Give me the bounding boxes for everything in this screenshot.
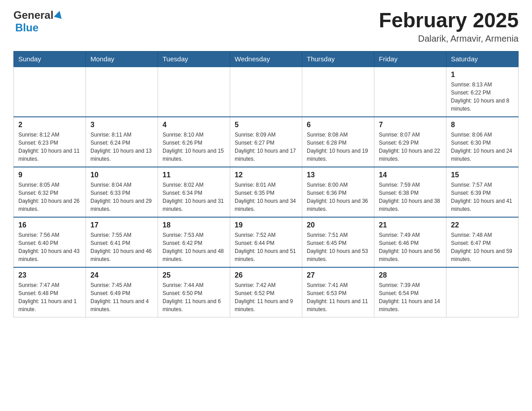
calendar-day-cell: 25Sunrise: 7:44 AM Sunset: 6:50 PM Dayli… bbox=[158, 267, 230, 317]
day-info: Sunrise: 8:01 AM Sunset: 6:35 PM Dayligh… bbox=[235, 181, 297, 213]
weekday-header-row: SundayMondayTuesdayWednesdayThursdayFrid… bbox=[14, 51, 519, 67]
day-info: Sunrise: 8:04 AM Sunset: 6:33 PM Dayligh… bbox=[90, 181, 153, 213]
calendar-day-cell: 2Sunrise: 8:12 AM Sunset: 6:23 PM Daylig… bbox=[14, 117, 86, 167]
day-number: 11 bbox=[163, 171, 225, 179]
page-header: General Blue February 2025 Dalarik, Arma… bbox=[13, 9, 519, 44]
day-number: 24 bbox=[90, 271, 153, 279]
day-info: Sunrise: 7:49 AM Sunset: 6:46 PM Dayligh… bbox=[379, 231, 442, 263]
calendar-day-cell bbox=[446, 267, 519, 317]
month-title: February 2025 bbox=[379, 9, 519, 32]
day-number: 21 bbox=[379, 221, 442, 229]
day-info: Sunrise: 7:59 AM Sunset: 6:38 PM Dayligh… bbox=[379, 181, 442, 213]
day-info: Sunrise: 8:09 AM Sunset: 6:27 PM Dayligh… bbox=[235, 131, 297, 163]
calendar-day-cell: 6Sunrise: 8:08 AM Sunset: 6:28 PM Daylig… bbox=[302, 117, 374, 167]
weekday-header-cell: Friday bbox=[374, 51, 446, 67]
day-info: Sunrise: 8:00 AM Sunset: 6:36 PM Dayligh… bbox=[307, 181, 369, 213]
calendar-day-cell bbox=[86, 67, 158, 117]
day-number: 15 bbox=[451, 171, 514, 179]
day-number: 5 bbox=[235, 121, 297, 129]
logo-triangle-icon bbox=[54, 10, 64, 19]
calendar-day-cell bbox=[374, 67, 446, 117]
day-info: Sunrise: 7:45 AM Sunset: 6:49 PM Dayligh… bbox=[90, 281, 153, 313]
day-number: 18 bbox=[163, 221, 225, 229]
weekday-header-cell: Monday bbox=[86, 51, 158, 67]
weekday-header-cell: Thursday bbox=[302, 51, 374, 67]
day-number: 16 bbox=[18, 221, 81, 229]
day-info: Sunrise: 7:57 AM Sunset: 6:39 PM Dayligh… bbox=[451, 181, 514, 213]
day-info: Sunrise: 7:56 AM Sunset: 6:40 PM Dayligh… bbox=[18, 231, 81, 263]
day-info: Sunrise: 7:47 AM Sunset: 6:48 PM Dayligh… bbox=[18, 281, 81, 313]
calendar-day-cell: 7Sunrise: 8:07 AM Sunset: 6:29 PM Daylig… bbox=[374, 117, 446, 167]
calendar-day-cell: 27Sunrise: 7:41 AM Sunset: 6:53 PM Dayli… bbox=[302, 267, 374, 317]
calendar-day-cell: 23Sunrise: 7:47 AM Sunset: 6:48 PM Dayli… bbox=[14, 267, 86, 317]
calendar-body: 1Sunrise: 8:13 AM Sunset: 6:22 PM Daylig… bbox=[14, 67, 519, 317]
calendar-day-cell: 17Sunrise: 7:55 AM Sunset: 6:41 PM Dayli… bbox=[86, 217, 158, 267]
calendar-day-cell: 26Sunrise: 7:42 AM Sunset: 6:52 PM Dayli… bbox=[230, 267, 302, 317]
calendar-day-cell bbox=[230, 67, 302, 117]
day-info: Sunrise: 7:55 AM Sunset: 6:41 PM Dayligh… bbox=[90, 231, 153, 263]
day-info: Sunrise: 7:44 AM Sunset: 6:50 PM Dayligh… bbox=[163, 281, 225, 313]
calendar-day-cell: 9Sunrise: 8:05 AM Sunset: 6:32 PM Daylig… bbox=[14, 167, 86, 217]
logo-general-text: General bbox=[13, 9, 53, 21]
calendar-table: SundayMondayTuesdayWednesdayThursdayFrid… bbox=[13, 51, 519, 317]
calendar-day-cell: 16Sunrise: 7:56 AM Sunset: 6:40 PM Dayli… bbox=[14, 217, 86, 267]
day-info: Sunrise: 8:12 AM Sunset: 6:23 PM Dayligh… bbox=[18, 131, 81, 163]
weekday-header-cell: Sunday bbox=[14, 51, 86, 67]
day-info: Sunrise: 7:51 AM Sunset: 6:45 PM Dayligh… bbox=[307, 231, 369, 263]
calendar-day-cell: 1Sunrise: 8:13 AM Sunset: 6:22 PM Daylig… bbox=[446, 67, 519, 117]
day-info: Sunrise: 8:02 AM Sunset: 6:34 PM Dayligh… bbox=[163, 181, 225, 213]
calendar-day-cell: 11Sunrise: 8:02 AM Sunset: 6:34 PM Dayli… bbox=[158, 167, 230, 217]
calendar-week-row: 1Sunrise: 8:13 AM Sunset: 6:22 PM Daylig… bbox=[14, 67, 519, 117]
calendar-day-cell: 4Sunrise: 8:10 AM Sunset: 6:26 PM Daylig… bbox=[158, 117, 230, 167]
calendar-day-cell: 20Sunrise: 7:51 AM Sunset: 6:45 PM Dayli… bbox=[302, 217, 374, 267]
day-number: 2 bbox=[18, 121, 81, 129]
calendar-day-cell: 19Sunrise: 7:52 AM Sunset: 6:44 PM Dayli… bbox=[230, 217, 302, 267]
calendar-day-cell bbox=[14, 67, 86, 117]
calendar-week-row: 23Sunrise: 7:47 AM Sunset: 6:48 PM Dayli… bbox=[14, 267, 519, 317]
logo-blue-text: Blue bbox=[15, 21, 39, 34]
day-number: 3 bbox=[90, 121, 153, 129]
day-info: Sunrise: 7:39 AM Sunset: 6:54 PM Dayligh… bbox=[379, 281, 442, 313]
day-number: 26 bbox=[235, 271, 297, 279]
day-info: Sunrise: 8:13 AM Sunset: 6:22 PM Dayligh… bbox=[451, 81, 514, 113]
calendar-day-cell: 24Sunrise: 7:45 AM Sunset: 6:49 PM Dayli… bbox=[86, 267, 158, 317]
day-info: Sunrise: 8:05 AM Sunset: 6:32 PM Dayligh… bbox=[18, 181, 81, 213]
calendar-day-cell: 28Sunrise: 7:39 AM Sunset: 6:54 PM Dayli… bbox=[374, 267, 446, 317]
calendar-day-cell bbox=[158, 67, 230, 117]
day-number: 4 bbox=[163, 121, 225, 129]
calendar-day-cell: 8Sunrise: 8:06 AM Sunset: 6:30 PM Daylig… bbox=[446, 117, 519, 167]
weekday-header-cell: Wednesday bbox=[230, 51, 302, 67]
title-section: February 2025 Dalarik, Armavir, Armenia bbox=[379, 9, 519, 44]
day-number: 14 bbox=[379, 171, 442, 179]
calendar-week-row: 9Sunrise: 8:05 AM Sunset: 6:32 PM Daylig… bbox=[14, 167, 519, 217]
day-info: Sunrise: 7:53 AM Sunset: 6:42 PM Dayligh… bbox=[163, 231, 225, 263]
day-number: 12 bbox=[235, 171, 297, 179]
weekday-header-cell: Tuesday bbox=[158, 51, 230, 67]
weekday-header-cell: Saturday bbox=[446, 51, 519, 67]
day-number: 17 bbox=[90, 221, 153, 229]
day-info: Sunrise: 8:06 AM Sunset: 6:30 PM Dayligh… bbox=[451, 131, 514, 163]
calendar-week-row: 16Sunrise: 7:56 AM Sunset: 6:40 PM Dayli… bbox=[14, 217, 519, 267]
calendar-day-cell: 15Sunrise: 7:57 AM Sunset: 6:39 PM Dayli… bbox=[446, 167, 519, 217]
day-info: Sunrise: 7:42 AM Sunset: 6:52 PM Dayligh… bbox=[235, 281, 297, 313]
day-number: 1 bbox=[451, 71, 514, 79]
day-number: 20 bbox=[307, 221, 369, 229]
calendar-day-cell: 10Sunrise: 8:04 AM Sunset: 6:33 PM Dayli… bbox=[86, 167, 158, 217]
day-number: 28 bbox=[379, 271, 442, 279]
day-info: Sunrise: 8:11 AM Sunset: 6:24 PM Dayligh… bbox=[90, 131, 153, 163]
calendar-day-cell: 3Sunrise: 8:11 AM Sunset: 6:24 PM Daylig… bbox=[86, 117, 158, 167]
calendar-day-cell: 14Sunrise: 7:59 AM Sunset: 6:38 PM Dayli… bbox=[374, 167, 446, 217]
day-number: 6 bbox=[307, 121, 369, 129]
calendar-day-cell: 21Sunrise: 7:49 AM Sunset: 6:46 PM Dayli… bbox=[374, 217, 446, 267]
day-info: Sunrise: 8:07 AM Sunset: 6:29 PM Dayligh… bbox=[379, 131, 442, 163]
day-info: Sunrise: 7:48 AM Sunset: 6:47 PM Dayligh… bbox=[451, 231, 514, 263]
logo: General Blue bbox=[13, 9, 63, 34]
day-info: Sunrise: 8:10 AM Sunset: 6:26 PM Dayligh… bbox=[163, 131, 225, 163]
day-number: 8 bbox=[451, 121, 514, 129]
day-number: 19 bbox=[235, 221, 297, 229]
calendar-day-cell bbox=[302, 67, 374, 117]
location-title: Dalarik, Armavir, Armenia bbox=[379, 34, 519, 44]
day-number: 25 bbox=[163, 271, 225, 279]
calendar-day-cell: 22Sunrise: 7:48 AM Sunset: 6:47 PM Dayli… bbox=[446, 217, 519, 267]
day-number: 7 bbox=[379, 121, 442, 129]
